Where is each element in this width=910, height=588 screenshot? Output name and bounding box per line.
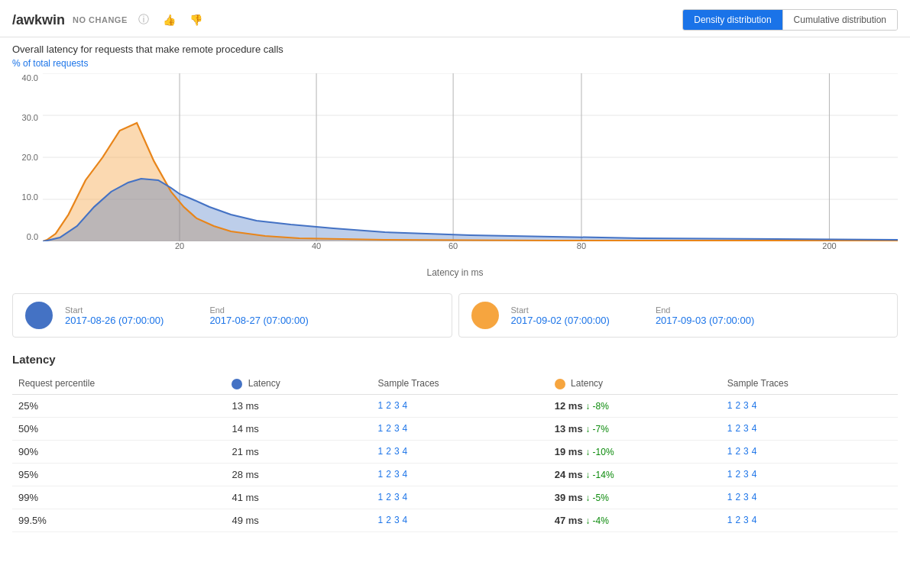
- chart-plot: [43, 73, 898, 241]
- trace-link[interactable]: 1: [378, 400, 384, 411]
- col-header-latency-blue: Latency: [225, 373, 371, 394]
- cell-lat-blue: 14 ms: [225, 417, 371, 440]
- trace-link[interactable]: 4: [403, 446, 408, 457]
- cell-traces-blue: 1 2 3 4: [372, 486, 549, 509]
- trace-link[interactable]: 1: [378, 492, 384, 502]
- trace-link[interactable]: 3: [394, 400, 400, 411]
- latency-title: Latency: [12, 353, 898, 366]
- cell-percentile: 95%: [12, 463, 225, 486]
- x-tick-20: 20: [175, 241, 184, 250]
- cell-traces-blue: 1 2 3 4: [372, 463, 549, 486]
- cell-percentile: 50%: [12, 417, 225, 440]
- trace-link[interactable]: 2: [386, 446, 391, 457]
- trace-link[interactable]: 4: [752, 492, 757, 502]
- trace-link[interactable]: 3: [743, 492, 749, 502]
- trace-link[interactable]: 2: [386, 492, 391, 502]
- thumbdown-icon[interactable]: 👎: [186, 12, 206, 27]
- y-tick-40: 40.0: [22, 73, 38, 82]
- trace-link[interactable]: 3: [394, 469, 400, 480]
- cell-lat-blue: 28 ms: [225, 463, 371, 486]
- trace-link[interactable]: 1: [727, 469, 733, 480]
- trace-link[interactable]: 2: [735, 469, 740, 480]
- trace-link[interactable]: 1: [727, 515, 733, 525]
- cell-percentile: 99%: [12, 486, 225, 509]
- change-badge: ↓ -7%: [585, 424, 609, 435]
- trace-link[interactable]: 1: [727, 400, 733, 411]
- trace-link[interactable]: 4: [752, 446, 757, 457]
- trace-link[interactable]: 3: [743, 515, 749, 525]
- cell-traces-orange: 1 2 3 4: [721, 509, 898, 531]
- trace-link[interactable]: 4: [403, 400, 408, 411]
- trace-link[interactable]: 1: [378, 469, 384, 480]
- trace-link[interactable]: 3: [743, 400, 749, 411]
- dot-orange-header: [555, 379, 565, 389]
- cell-lat-orange: 12 ms ↓ -8%: [549, 394, 721, 417]
- x-axis-label: Latency in ms: [12, 264, 898, 287]
- legend-end-orange: End 2017-09-03 (07:00:00): [656, 305, 754, 326]
- trace-link[interactable]: 4: [403, 469, 408, 480]
- cell-lat-blue: 13 ms: [225, 394, 371, 417]
- trace-link[interactable]: 4: [752, 515, 757, 525]
- dot-blue-header: [232, 379, 242, 389]
- legend-end-blue: End 2017-08-27 (07:00:00): [209, 305, 308, 326]
- cell-percentile: 25%: [12, 394, 225, 417]
- cell-lat-orange: 47 ms ↓ -4%: [549, 509, 721, 531]
- table-row: 25% 13 ms 1 2 3 4 12 ms ↓ -8% 1 2 3 4: [12, 394, 898, 417]
- trace-link[interactable]: 2: [386, 515, 391, 525]
- y-tick-10: 10.0: [22, 192, 38, 202]
- change-badge: ↓ -14%: [585, 470, 614, 480]
- trace-link[interactable]: 1: [378, 515, 384, 525]
- trace-link[interactable]: 4: [403, 492, 408, 502]
- trace-link[interactable]: 4: [403, 515, 408, 525]
- cell-lat-blue: 49 ms: [225, 509, 371, 531]
- table-row: 99% 41 ms 1 2 3 4 39 ms ↓ -5% 1 2 3 4: [12, 486, 898, 509]
- header-left: /awkwin NO CHANGE ⓘ 👍 👎: [12, 11, 206, 28]
- trace-link[interactable]: 1: [727, 492, 733, 502]
- trace-link[interactable]: 2: [735, 423, 740, 434]
- trace-link[interactable]: 2: [735, 515, 740, 525]
- trace-link[interactable]: 1: [727, 446, 733, 457]
- trace-link[interactable]: 3: [394, 515, 400, 525]
- trace-link[interactable]: 2: [386, 423, 391, 434]
- chart-area: 40.0 30.0 20.0 10.0 0.0: [12, 73, 898, 264]
- table-row: 90% 21 ms 1 2 3 4 19 ms ↓ -10% 1 2 3 4: [12, 440, 898, 463]
- col-header-percentile: Request percentile: [12, 373, 225, 394]
- chart-svg: [43, 73, 898, 241]
- cell-traces-orange: 1 2 3 4: [721, 440, 898, 463]
- cell-percentile: 90%: [12, 440, 225, 463]
- y-tick-30: 30.0: [22, 113, 38, 122]
- change-badge: ↓ -10%: [585, 447, 614, 457]
- trace-link[interactable]: 2: [735, 446, 740, 457]
- trace-link[interactable]: 4: [752, 469, 757, 480]
- legend-card-blue: Start 2017-08-26 (07:00:00) End 2017-08-…: [12, 293, 452, 338]
- tab-density[interactable]: Density distribution: [683, 10, 782, 30]
- col-header-latency-orange: Latency: [549, 373, 721, 394]
- trace-link[interactable]: 2: [386, 400, 391, 411]
- table-row: 50% 14 ms 1 2 3 4 13 ms ↓ -7% 1 2 3 4: [12, 417, 898, 440]
- chart-subtitle: Overall latency for requests that make r…: [0, 37, 910, 57]
- trace-link[interactable]: 3: [394, 423, 400, 434]
- trace-link[interactable]: 1: [378, 423, 384, 434]
- trace-link[interactable]: 3: [743, 446, 749, 457]
- trace-link[interactable]: 4: [403, 423, 408, 434]
- trace-link[interactable]: 4: [752, 423, 757, 434]
- legend-row: Start 2017-08-26 (07:00:00) End 2017-08-…: [0, 287, 910, 344]
- cell-traces-orange: 1 2 3 4: [721, 417, 898, 440]
- trace-link[interactable]: 3: [743, 469, 749, 480]
- trace-link[interactable]: 3: [394, 446, 400, 457]
- trace-link[interactable]: 2: [735, 400, 740, 411]
- change-badge: ↓ -4%: [585, 515, 609, 526]
- trace-link[interactable]: 1: [378, 446, 384, 457]
- trace-link[interactable]: 1: [727, 423, 733, 434]
- trace-link[interactable]: 2: [386, 469, 391, 480]
- trace-link[interactable]: 3: [743, 423, 749, 434]
- thumbup-icon[interactable]: 👍: [160, 12, 179, 27]
- tab-cumulative[interactable]: Cumulative distribution: [783, 10, 897, 30]
- legend-start-orange: Start 2017-09-02 (07:00:00): [511, 305, 610, 326]
- trace-link[interactable]: 2: [735, 492, 740, 502]
- trace-link[interactable]: 3: [394, 492, 400, 502]
- cell-traces-blue: 1 2 3 4: [372, 509, 549, 531]
- help-icon[interactable]: ⓘ: [135, 11, 152, 28]
- trace-link[interactable]: 4: [752, 400, 757, 411]
- cell-traces-orange: 1 2 3 4: [721, 394, 898, 417]
